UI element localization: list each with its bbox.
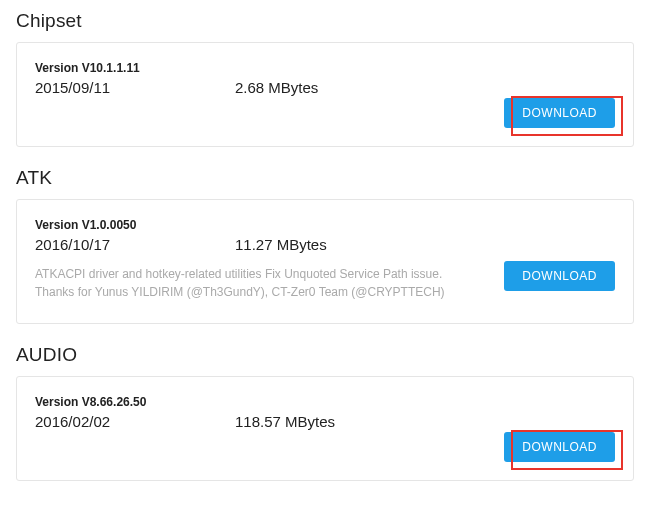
file-size: 11.27 MBytes — [235, 236, 327, 253]
section-chipset: Chipset Version V10.1.1.11 2015/09/11 2.… — [16, 10, 634, 147]
section-title: ATK — [16, 167, 634, 189]
section-title: Chipset — [16, 10, 634, 32]
info-row: 2015/09/11 2.68 MBytes — [35, 79, 615, 96]
version-label: Version V8.66.26.50 — [35, 395, 615, 409]
download-button[interactable]: DOWNLOAD — [504, 432, 615, 462]
driver-card-audio: Version V8.66.26.50 2016/02/02 118.57 MB… — [16, 376, 634, 481]
release-date: 2016/10/17 — [35, 236, 235, 253]
section-title: AUDIO — [16, 344, 634, 366]
download-button[interactable]: DOWNLOAD — [504, 98, 615, 128]
info-row: 2016/02/02 118.57 MBytes — [35, 413, 615, 430]
release-date: 2016/02/02 — [35, 413, 235, 430]
info-row: 2016/10/17 11.27 MBytes — [35, 236, 615, 253]
section-audio: AUDIO Version V8.66.26.50 2016/02/02 118… — [16, 344, 634, 481]
release-date: 2015/09/11 — [35, 79, 235, 96]
download-button[interactable]: DOWNLOAD — [504, 261, 615, 291]
description: ATKACPI driver and hotkey-related utilit… — [35, 265, 465, 301]
file-size: 2.68 MBytes — [235, 79, 318, 96]
driver-card-atk: Version V1.0.0050 2016/10/17 11.27 MByte… — [16, 199, 634, 324]
section-atk: ATK Version V1.0.0050 2016/10/17 11.27 M… — [16, 167, 634, 324]
version-label: Version V10.1.1.11 — [35, 61, 615, 75]
file-size: 118.57 MBytes — [235, 413, 335, 430]
version-label: Version V1.0.0050 — [35, 218, 615, 232]
driver-card-chipset: Version V10.1.1.11 2015/09/11 2.68 MByte… — [16, 42, 634, 147]
